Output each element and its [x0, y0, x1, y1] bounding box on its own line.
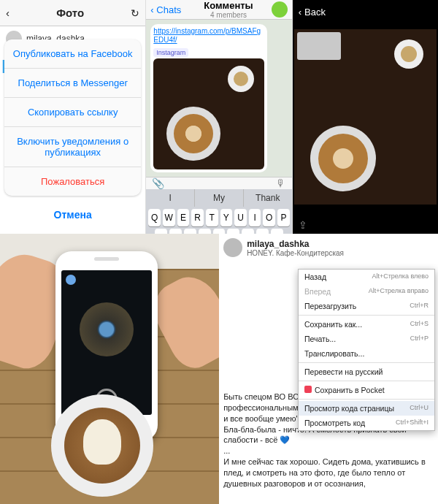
mic-icon[interactable]: 🎙 [276, 177, 286, 189]
menu-translate[interactable]: Перевести на русский [299, 364, 434, 379]
menu-print[interactable]: Печать...Ctrl+P [299, 332, 434, 346]
post-username[interactable]: milaya_dashka [247, 239, 344, 249]
menu-view-source[interactable]: Просмотр кода страницыCtrl+U [299, 401, 434, 416]
menu-cast[interactable]: Транслировать... [299, 346, 434, 361]
message-link[interactable]: https://instagram.com/p/BMSAFgEDU4f/ [153, 27, 264, 45]
post-location[interactable]: HONEY. Кафе-Кондитерская [247, 249, 344, 257]
chat-avatar[interactable] [272, 1, 288, 18]
key-G[interactable]: G [213, 229, 226, 234]
key-P[interactable]: P [277, 209, 290, 226]
telegram-panel: ‹ Chats Комменты 4 members https://insta… [146, 0, 292, 234]
menu-pocket[interactable]: Сохранить в Pocket [299, 383, 434, 397]
key-J[interactable]: J [242, 229, 254, 234]
keyboard: I My Thank QWERTYUIOP ASDFGHJKL ⇧ZXCVBNM… [146, 189, 291, 234]
key-Y[interactable]: Y [220, 209, 233, 226]
enable-notifications[interactable]: Включить уведомления о публикациях [4, 127, 141, 167]
coffee-cup [51, 394, 153, 497]
key-D[interactable]: D [184, 229, 196, 234]
key-T[interactable]: T [206, 209, 218, 226]
telegram-header: ‹ Chats Комменты 4 members [146, 0, 291, 20]
key-I[interactable]: I [249, 209, 261, 226]
share-messenger[interactable]: Поделиться в Messenger [4, 69, 141, 98]
menu-forward: ВпередAlt+Стрелка вправо [299, 284, 434, 299]
avatar [223, 238, 242, 257]
menu-reload[interactable]: ПерезагрузитьCtrl+R [299, 299, 434, 313]
post-profile[interactable]: milaya_dashka HONEY. Кафе-Кондитерская [223, 238, 432, 257]
key-S[interactable]: S [169, 229, 182, 234]
key-K[interactable]: K [256, 229, 269, 234]
action-sheet: Опубликовать на Facebook Поделиться в Me… [4, 39, 141, 229]
photo-viewer: ‹ Back ⇪ [293, 0, 438, 234]
attach-icon[interactable]: 📎 [152, 177, 164, 189]
chat-body[interactable]: https://instagram.com/p/BMSAFgEDU4f/ Ins… [146, 20, 291, 177]
camera-viewfinder [61, 270, 152, 415]
copy-link[interactable]: Скопировать ссылку [4, 98, 141, 127]
suggestion[interactable]: Thank [244, 189, 292, 207]
key-Q[interactable]: Q [148, 209, 161, 226]
key-W[interactable]: W [163, 209, 175, 226]
back-to-chats[interactable]: ‹ Chats [150, 4, 185, 15]
share-icon[interactable]: ⇪ [299, 219, 307, 231]
key-F[interactable]: F [199, 229, 211, 234]
key-H[interactable]: H [227, 229, 239, 234]
suggestion[interactable]: I [146, 189, 195, 207]
key-R[interactable]: R [191, 209, 204, 226]
key-O[interactable]: O [263, 209, 275, 226]
caret-icon: ‹ [6, 7, 9, 19]
key-L[interactable]: L [271, 229, 283, 234]
lifestyle-photo [0, 234, 219, 504]
share-facebook[interactable]: Опубликовать на Facebook [4, 39, 141, 69]
context-menu: НазадAlt+Стрелка влево ВпередAlt+Стрелка… [298, 269, 435, 431]
message-bubble[interactable]: https://instagram.com/p/BMSAFgEDU4f/ Ins… [150, 24, 267, 172]
chat-subtitle: 4 members [185, 11, 271, 19]
key-A[interactable]: A [155, 229, 167, 234]
chat-title: Комменты [185, 0, 271, 11]
suggestion[interactable]: My [195, 189, 244, 207]
link-tag: Instagram [153, 48, 188, 57]
instagram-header: ‹ Фото ↻ [0, 0, 145, 26]
menu-inspect[interactable]: Просмотреть кодCtrl+Shift+I [299, 416, 434, 430]
instagram-web-post: milaya_dashka HONEY. Кафе-Кондитерская 5… [219, 234, 438, 504]
key-U[interactable]: U [234, 209, 247, 226]
message-input-bar[interactable]: 📎 🎙 [146, 177, 291, 189]
header-title: Фото [56, 7, 84, 19]
pocket-icon [304, 386, 312, 393]
refresh-icon[interactable]: ↻ [131, 7, 139, 19]
message-photo[interactable] [153, 58, 264, 169]
report-button[interactable]: Пожаловаться [4, 167, 141, 196]
chevron-left-icon[interactable]: ‹ [299, 7, 301, 18]
menu-save-as[interactable]: Сохранить как...Ctrl+S [299, 317, 434, 332]
fullscreen-photo[interactable] [294, 29, 437, 205]
menu-back[interactable]: НазадAlt+Стрелка влево [299, 270, 434, 284]
instagram-panel: ‹ Фото ↻ milaya_dashka MOYO Опубликовать… [0, 0, 146, 234]
back-label[interactable]: Back [304, 7, 326, 18]
key-E[interactable]: E [177, 209, 190, 226]
cancel-button[interactable]: Отмена [4, 200, 141, 229]
